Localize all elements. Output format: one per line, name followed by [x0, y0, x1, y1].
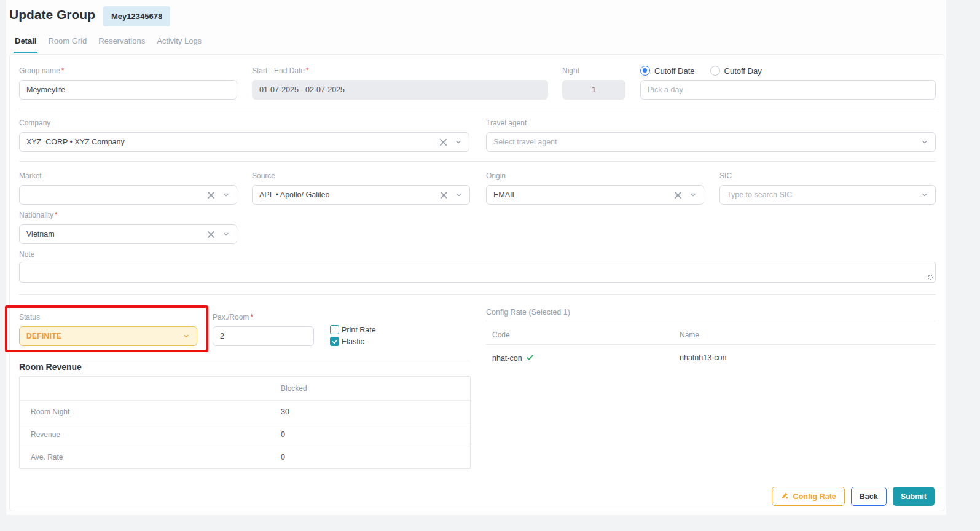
detail-form-card: Group name* Meymeylife Start - End Date*…	[9, 54, 944, 511]
rate-pen-icon	[780, 491, 789, 502]
cutoff-radio-group: Cutoff Date Cutoff Day	[640, 66, 762, 76]
chevron-down-icon[interactable]	[921, 191, 928, 199]
table-row: Revenue 0	[20, 423, 470, 446]
group-code-badge: Mey12345678	[103, 6, 170, 26]
tab-reservations[interactable]: Reservations	[97, 35, 146, 53]
date-range-label: Start - End Date*	[252, 66, 309, 75]
room-revenue-table: Blocked Room Night 30 Revenue 0 Ave. Rat…	[19, 376, 471, 469]
table-header-row: Blocked	[20, 377, 470, 400]
market-select[interactable]	[19, 185, 237, 205]
divider	[19, 161, 936, 162]
required-mark: *	[250, 313, 253, 321]
back-button[interactable]: Back	[851, 487, 887, 506]
elastic-checkbox[interactable]: Elastic	[330, 337, 364, 346]
config-rate-row-code: nhat-con	[492, 353, 534, 363]
clear-icon[interactable]	[674, 191, 682, 199]
company-label: Company	[19, 119, 50, 127]
clear-icon[interactable]	[440, 191, 448, 199]
footer-actions: Config Rate Back Submit	[772, 487, 935, 506]
nationality-select[interactable]: Vietnam	[19, 224, 237, 244]
clear-icon[interactable]	[439, 138, 447, 146]
note-label: Note	[19, 250, 34, 259]
group-name-input[interactable]: Meymeylife	[19, 80, 237, 100]
blocked-column-header: Blocked	[281, 384, 307, 393]
tab-activity-logs[interactable]: Activity Logs	[155, 35, 203, 53]
sic-label: SIC	[719, 171, 732, 180]
resize-handle-icon[interactable]	[928, 275, 933, 280]
chevron-down-icon[interactable]	[182, 332, 190, 340]
room-revenue-title: Room Revenue	[19, 362, 82, 372]
company-select[interactable]: XYZ_CORP • XYZ Company	[19, 132, 469, 152]
row-value: 30	[281, 407, 289, 416]
travel-agent-label: Travel agent	[486, 119, 527, 127]
checkbox-checked-icon	[330, 337, 339, 346]
status-label: Status	[19, 313, 40, 321]
date-range-input: 01-07-2025 - 02-07-2025	[252, 80, 548, 100]
name-column-header: Name	[680, 331, 699, 339]
tab-bar: Detail Room Grid Reservations Activity L…	[14, 35, 203, 53]
selected-check-icon	[526, 353, 534, 363]
print-rate-checkbox[interactable]: Print Rate	[330, 325, 376, 334]
checkbox-unchecked-icon	[330, 325, 339, 334]
sic-select[interactable]: Type to search SIC	[719, 185, 936, 205]
config-rate-title: Config Rate (Selected 1)	[486, 308, 570, 317]
status-select[interactable]: DEFINITE	[19, 326, 197, 346]
note-textarea[interactable]	[19, 262, 936, 283]
market-label: Market	[19, 171, 42, 180]
group-name-label: Group name*	[19, 66, 64, 75]
row-label: Room Night	[20, 407, 281, 416]
row-label: Ave. Rate	[20, 453, 281, 462]
clear-icon[interactable]	[207, 230, 215, 238]
chevron-down-icon[interactable]	[921, 138, 928, 146]
cutoff-date-picker[interactable]: Pick a day	[640, 80, 936, 100]
origin-select[interactable]: EMAIL	[486, 185, 704, 205]
cutoff-date-radio[interactable]: Cutoff Date	[640, 66, 695, 76]
chevron-down-icon[interactable]	[689, 191, 697, 199]
divider	[486, 321, 936, 321]
config-rate-row-name: nhatnh13-con	[680, 353, 726, 362]
submit-button[interactable]: Submit	[893, 487, 935, 506]
clear-icon[interactable]	[207, 191, 215, 199]
nationality-label: Nationality*	[19, 211, 58, 219]
radio-selected-icon	[640, 66, 650, 76]
cutoff-day-radio[interactable]: Cutoff Day	[710, 66, 762, 76]
radio-unselected-icon	[710, 66, 720, 76]
tab-room-grid[interactable]: Room Grid	[47, 35, 88, 53]
page-title: Update Group	[9, 7, 95, 22]
night-label: Night	[562, 66, 579, 75]
pax-room-input[interactable]: 2	[213, 326, 314, 346]
source-select[interactable]: APL • Apollo/ Galileo	[252, 185, 470, 205]
tab-detail[interactable]: Detail	[14, 35, 37, 53]
table-row: Room Night 30	[20, 400, 470, 423]
chevron-down-icon[interactable]	[222, 191, 230, 199]
divider	[19, 294, 936, 295]
divider	[486, 344, 936, 345]
table-row: Ave. Rate 0	[20, 446, 470, 468]
night-input: 1	[562, 80, 625, 100]
required-mark: *	[61, 66, 65, 75]
chevron-down-icon[interactable]	[455, 191, 463, 199]
origin-label: Origin	[486, 171, 506, 180]
pax-room-label: Pax./Room*	[213, 313, 253, 321]
row-label: Revenue	[20, 430, 281, 439]
travel-agent-select[interactable]: Select travel agent	[486, 132, 936, 152]
code-column-header: Code	[492, 331, 510, 339]
source-label: Source	[252, 171, 275, 180]
row-value: 0	[281, 430, 285, 439]
required-mark: *	[306, 66, 309, 75]
required-mark: *	[55, 211, 58, 219]
chevron-down-icon[interactable]	[222, 230, 230, 238]
divider	[19, 361, 471, 361]
row-value: 0	[281, 453, 285, 462]
divider	[19, 109, 936, 109]
chevron-down-icon[interactable]	[455, 138, 462, 146]
config-rate-button[interactable]: Config Rate	[772, 487, 845, 506]
